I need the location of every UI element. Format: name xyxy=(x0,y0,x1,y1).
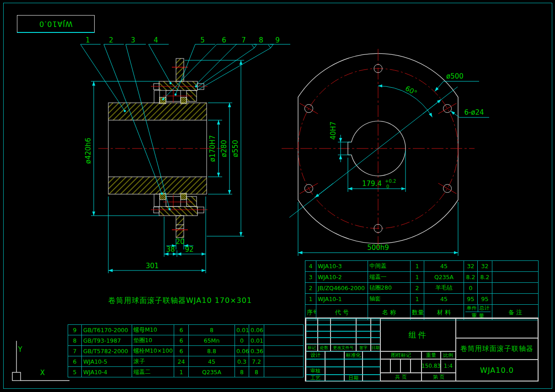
dim-301: 301 xyxy=(146,262,159,270)
cell-seq: 2 xyxy=(305,283,316,294)
cell-material: Q235A xyxy=(424,272,464,283)
cell-total-weight: 95 xyxy=(478,294,492,305)
cell-unit-weight: 0 xyxy=(235,335,249,346)
rev-cell xyxy=(331,338,356,344)
cell-material: 8.8 xyxy=(189,346,235,356)
callout-2: 2 xyxy=(109,36,113,44)
cell-name: 端盖一 xyxy=(368,272,411,283)
cell-total-weight: 0.06 xyxy=(249,325,264,335)
label-standardization: 标准化 xyxy=(344,351,363,359)
table-row: 6 WJA10-5 滚子 24 45 0.3 7.2 xyxy=(68,356,304,367)
dim-179-tol-upper: +0.2 xyxy=(385,179,396,184)
cell-qty: 6 xyxy=(174,346,189,356)
ucs-y-label: Y xyxy=(17,345,22,354)
table-row: 7 GB/T5782-2000 螺栓M10×100 6 8.8 0.06 0.3… xyxy=(68,346,304,356)
blank-cell xyxy=(325,351,344,359)
cell-unit-weight: 8 xyxy=(235,367,249,377)
header-total-weight: 总计 xyxy=(478,305,491,312)
cell-code: WJA10-1 xyxy=(316,294,368,305)
cell-notes xyxy=(264,335,304,346)
title-block: 标记 处数 更改文件号 签字 日期 设计 标准化 审核 工艺 日期 组件 图样标… xyxy=(305,318,539,381)
label-doc-no: 更改文件号 xyxy=(331,344,356,351)
cell-name: 螺母M10 xyxy=(132,325,174,335)
drawing-title-caption: 卷筒用球面滚子联轴器WJA10 170×301 xyxy=(108,296,252,306)
cell-material: Q235A xyxy=(189,367,235,377)
end-view-dimensions xyxy=(289,81,489,256)
cell-seq: 7 xyxy=(68,346,82,356)
cell-name: 端盖二 xyxy=(132,367,174,377)
dim-20: 20 xyxy=(176,238,184,246)
cell-qty: 6 xyxy=(174,335,189,346)
cell-notes xyxy=(492,283,539,294)
dim-40H7: 40H7 xyxy=(329,122,337,140)
rev-cell xyxy=(331,325,356,331)
cell-seq: 8 xyxy=(68,335,82,346)
cell-seq: 6 xyxy=(68,356,82,367)
blank-cell xyxy=(456,318,538,338)
cell-material: 8 xyxy=(189,325,235,335)
cad-sheet: WJA10.0 xyxy=(0,0,555,392)
rev-cell xyxy=(306,325,318,331)
blank-cell xyxy=(344,367,363,375)
blank-cell xyxy=(363,359,380,367)
label-date: 日期 xyxy=(371,344,380,351)
cell-qty: 1 xyxy=(411,272,424,283)
cell-total-weight: 8 xyxy=(249,367,264,377)
cell-material: 45 xyxy=(424,261,464,272)
dim-500h9: 500h9 xyxy=(367,244,389,252)
drawing-number: WJA10.0 xyxy=(456,360,538,381)
cell-code: JB/ZQ4606-2000 xyxy=(316,283,368,294)
header-unit-weight: 单件 xyxy=(465,305,478,312)
cell-qty: 24 xyxy=(174,356,189,367)
dim-92: 92 xyxy=(185,245,193,254)
table-row: 5 WJA10-4 端盖二 1 Q235A 8 8 xyxy=(68,367,304,377)
cell-total-weight: 7.2 xyxy=(249,356,264,367)
rev-cell xyxy=(318,318,331,325)
rev-cell xyxy=(318,325,331,331)
label-scale: 比例 xyxy=(441,351,456,359)
cell-unit-weight: 0.3 xyxy=(235,356,249,367)
cell-unit-weight: 95 xyxy=(464,294,478,305)
cell-unit-weight: 0 xyxy=(464,283,478,294)
rev-cell xyxy=(356,325,371,331)
weight-value: 150.83 xyxy=(422,359,441,373)
table-row: 1 WJA10-1 轴套 1 45 95 95 xyxy=(305,294,539,305)
cell-seq: 3 xyxy=(305,272,316,283)
end-view: ø500 60° 6-ø24 40H7 179.4 +0.2 0 500h9 xyxy=(282,49,489,256)
blank-cell xyxy=(344,359,363,367)
cell-name: 轴套 xyxy=(368,294,411,305)
dim-280: ø280 xyxy=(220,140,228,157)
table-row: 3 WJA10-2 端盖一 1 Q235A 8.2 8.2 xyxy=(305,272,539,283)
dim-6x24: 6-ø24 xyxy=(464,108,484,117)
dim-60deg: 60° xyxy=(404,84,418,97)
rev-cell xyxy=(356,318,371,325)
table-row: 9 GB/T6170-2000 螺母M10 6 8 0.01 0.06 xyxy=(68,325,304,335)
cell-seq: 5 xyxy=(68,367,82,377)
stamp-box xyxy=(411,359,422,373)
label-count: 处数 xyxy=(318,344,331,351)
hub-body xyxy=(98,103,222,194)
cell-name: 中间盖 xyxy=(368,261,411,272)
ucs-icon: Y X xyxy=(12,341,69,381)
rev-cell xyxy=(356,331,371,338)
cell-seq: 1 xyxy=(305,294,316,305)
stamp-box xyxy=(380,359,390,373)
cell-total-weight xyxy=(478,283,492,294)
cell-notes xyxy=(264,325,304,335)
callout-7: 7 xyxy=(241,36,246,44)
scale-value: 1:4 xyxy=(441,359,456,373)
label-date2: 日期 xyxy=(344,375,363,381)
dim-179: 179.4 xyxy=(362,180,382,188)
section-dimension-texts: ø420h6 ø170H7 ø280 ø550 20 38 92 301 xyxy=(84,135,240,270)
cell-notes xyxy=(492,261,539,272)
blank-cell xyxy=(306,359,325,367)
cell-unit-weight: 0.06 xyxy=(235,346,249,356)
bom-table-right: 4 WJA10-3 中间盖 1 45 32 32 3 WJA10-2 端盖一 1… xyxy=(305,260,539,320)
rev-cell xyxy=(356,338,371,344)
cell-seq: 4 xyxy=(305,261,316,272)
cell-unit-weight: 32 xyxy=(464,261,478,272)
dim-500: ø500 xyxy=(446,72,464,80)
cell-material: 45 xyxy=(189,356,235,367)
rev-cell xyxy=(306,318,318,325)
cell-code: WJA10-5 xyxy=(82,356,132,367)
